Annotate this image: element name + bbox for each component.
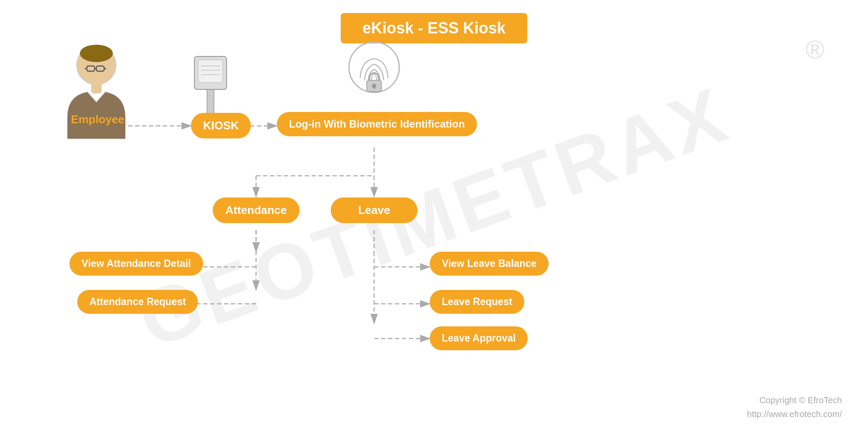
copyright-line2: http://www.efrotech.com/ (747, 407, 842, 421)
leave-box: Leave (331, 197, 418, 223)
attendance-box: Attendance (213, 197, 299, 223)
svg-point-18 (372, 84, 376, 88)
copyright: Copyright © EfroTech http://www.efrotech… (747, 393, 842, 421)
leave-request-box: Leave Request (430, 290, 524, 314)
svg-point-16 (349, 42, 399, 92)
employee-label: Employee (56, 113, 139, 126)
registered-symbol: ® (806, 35, 825, 65)
attendance-request-box: Attendance Request (77, 290, 198, 314)
view-attendance-box: View Attendance Detail (69, 252, 203, 276)
svg-point-1 (77, 46, 116, 85)
svg-rect-11 (194, 56, 227, 89)
svg-rect-12 (198, 60, 223, 82)
page-title: eKiosk - ESS Kiosk (341, 13, 527, 43)
main-container: GEOTIMETRAX eKiosk - ESS Kiosk ® (0, 0, 868, 434)
svg-rect-2 (87, 66, 95, 71)
svg-rect-8 (91, 82, 102, 93)
copyright-line1: Copyright © EfroTech (747, 393, 842, 407)
view-leave-balance-box: View Leave Balance (430, 252, 549, 276)
svg-point-7 (80, 45, 113, 62)
diagram-svg (0, 0, 868, 434)
svg-rect-17 (367, 80, 381, 92)
kiosk-box: KIOSK (191, 113, 251, 138)
leave-approval-box: Leave Approval (430, 326, 528, 350)
svg-rect-19 (373, 86, 375, 89)
svg-rect-3 (96, 66, 104, 71)
login-box: Log-in With Biometric Identification (277, 112, 477, 136)
